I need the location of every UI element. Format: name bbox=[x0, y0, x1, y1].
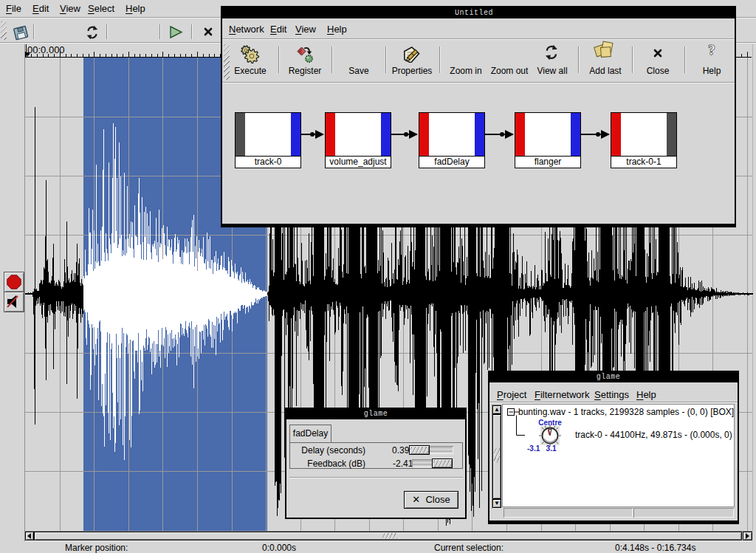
svg-text:00:0.000: 00:0.000 bbox=[27, 44, 65, 55]
